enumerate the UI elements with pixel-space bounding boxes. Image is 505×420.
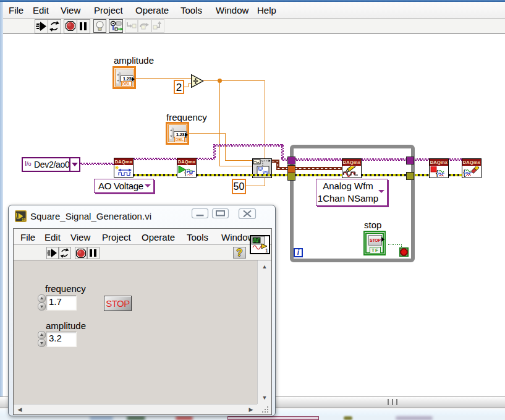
svg-text:{: { — [436, 168, 439, 177]
svg-text:{: { — [463, 168, 466, 177]
svg-text:15: 15 — [22, 218, 26, 221]
svg-text:1: 1 — [265, 247, 268, 253]
svg-text:{: { — [184, 168, 187, 176]
